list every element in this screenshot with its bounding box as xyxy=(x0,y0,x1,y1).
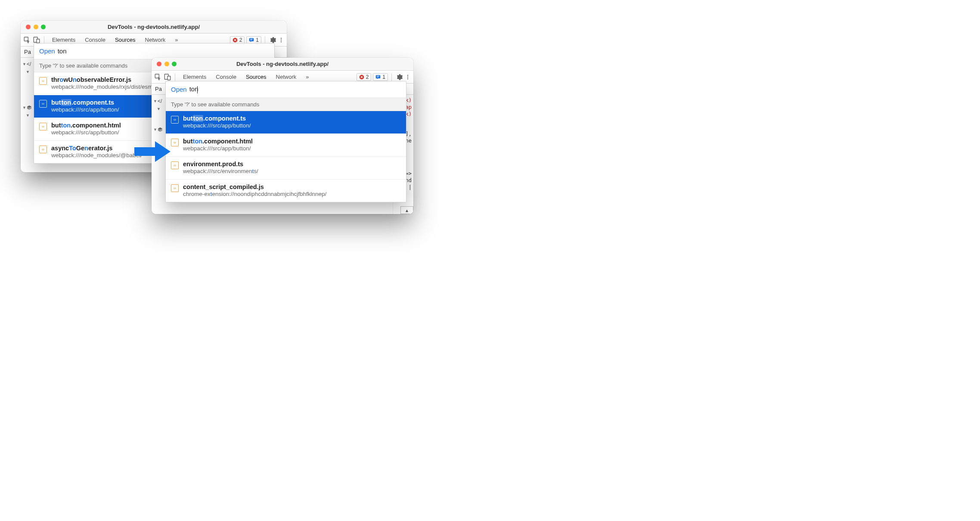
message-icon xyxy=(375,74,381,80)
result-filename: asyncToGenerator.js xyxy=(51,144,142,152)
hint: Type '?' to see available commands xyxy=(166,98,406,111)
drawer-toggle-icon[interactable]: ▲ xyxy=(400,206,413,214)
tab-elements[interactable]: Elements xyxy=(52,37,75,43)
errors-count: 2 xyxy=(239,37,242,43)
kebab-icon[interactable] xyxy=(278,36,284,44)
error-icon xyxy=(233,37,238,43)
titlebar: DevTools - ng-devtools.netlify.app/ xyxy=(152,58,413,71)
result-filename: button.component.ts xyxy=(183,115,251,122)
result-path: chrome-extension://noondiphcddnnabmjcihc… xyxy=(183,191,326,198)
minimize-dot[interactable] xyxy=(164,62,169,66)
open-query-input[interactable]: ton xyxy=(189,85,198,93)
zoom-dot[interactable] xyxy=(172,62,177,66)
result-item[interactable]: ‹›environment.prod.tswebpack:///src/envi… xyxy=(166,156,406,179)
svg-point-14 xyxy=(407,76,408,77)
messages-badge[interactable]: 1 xyxy=(373,73,388,81)
file-icon: ‹› xyxy=(39,123,47,130)
errors-count: 2 xyxy=(366,74,369,80)
tab-console[interactable]: Console xyxy=(216,74,236,80)
cube-icon xyxy=(27,105,32,110)
result-filename: button.component.html xyxy=(183,137,253,145)
device-icon[interactable] xyxy=(33,36,40,44)
result-path: webpack:///src/environments/ xyxy=(183,168,258,175)
svg-point-6 xyxy=(281,39,282,40)
tabs-more-icon[interactable]: » xyxy=(306,74,309,80)
zoom-dot[interactable] xyxy=(41,25,46,29)
svg-point-7 xyxy=(281,41,282,42)
open-row: Open ton xyxy=(34,43,274,59)
close-dot[interactable] xyxy=(157,62,161,66)
result-item[interactable]: ‹›button.component.tswebpack:///src/app/… xyxy=(166,111,406,133)
cube-icon xyxy=(158,127,163,132)
result-filename: environment.prod.ts xyxy=(183,160,258,168)
inspect-icon[interactable] xyxy=(154,73,162,81)
svg-rect-12 xyxy=(376,75,381,78)
tab-network[interactable]: Network xyxy=(276,74,297,80)
message-icon xyxy=(249,37,254,43)
result-filename: button.component.ts xyxy=(51,99,119,106)
result-filename: content_script_compiled.js xyxy=(183,183,326,191)
errors-badge[interactable]: 2 xyxy=(230,36,245,44)
result-path: webpack:///src/app/button/ xyxy=(183,145,253,152)
open-row: Open ton xyxy=(166,81,406,98)
gear-icon[interactable] xyxy=(269,36,276,44)
tab-elements[interactable]: Elements xyxy=(183,74,206,80)
tab-sources[interactable]: Sources xyxy=(246,74,267,80)
file-icon: ‹› xyxy=(39,146,47,153)
result-item[interactable]: ‹›button.component.htmlwebpack:///src/ap… xyxy=(166,133,406,156)
open-label: Open xyxy=(39,47,55,55)
minimize-dot[interactable] xyxy=(34,25,38,29)
result-filename: button.component.html xyxy=(51,121,121,129)
file-icon: ‹› xyxy=(171,161,179,169)
device-icon[interactable] xyxy=(164,73,171,81)
close-dot[interactable] xyxy=(26,25,31,29)
result-path: webpack:///node_modules/@babel/ xyxy=(51,152,142,159)
traffic-lights xyxy=(26,25,46,29)
panel-tabs: Elements Console Sources Network » xyxy=(179,74,309,80)
svg-point-5 xyxy=(281,37,282,38)
subbar-text: Pa xyxy=(155,86,162,92)
messages-badge[interactable]: 1 xyxy=(246,36,261,44)
window-title: DevTools - ng-devtools.netlify.app/ xyxy=(152,61,413,67)
gear-icon[interactable] xyxy=(395,73,403,81)
tabs-more-icon[interactable]: » xyxy=(175,37,178,43)
errors-badge[interactable]: 2 xyxy=(357,73,372,81)
subbar-text: Pa xyxy=(24,49,31,55)
open-label: Open xyxy=(171,86,187,93)
traffic-lights xyxy=(157,62,177,66)
tab-sources[interactable]: Sources xyxy=(115,37,136,43)
transition-arrow-icon xyxy=(134,140,171,164)
messages-count: 1 xyxy=(256,37,259,43)
tab-console[interactable]: Console xyxy=(85,37,105,43)
command-menu-after: Open ton Type '?' to see available comma… xyxy=(165,81,406,202)
inspect-icon[interactable] xyxy=(23,36,31,44)
result-path: webpack:///node_modules/rxjs/dist/esm xyxy=(51,84,153,91)
result-path: webpack:///src/app/button/ xyxy=(51,106,119,114)
svg-rect-10 xyxy=(167,76,171,80)
file-icon: ‹› xyxy=(39,100,47,108)
open-query-input[interactable]: ton xyxy=(58,47,67,55)
window-title: DevTools - ng-devtools.netlify.app/ xyxy=(21,24,287,30)
file-icon: ‹› xyxy=(39,77,47,85)
text-caret xyxy=(197,86,198,93)
file-icon: ‹› xyxy=(171,184,179,192)
result-item[interactable]: ‹›content_script_compiled.jschrome-exten… xyxy=(166,179,406,202)
kebab-icon[interactable] xyxy=(405,73,411,81)
panel-tabs: Elements Console Sources Network » xyxy=(48,37,178,43)
result-path: webpack:///src/app/button/ xyxy=(51,129,121,136)
svg-point-13 xyxy=(407,74,408,75)
result-filename: throwUnobservableError.js xyxy=(51,76,153,84)
results-list-after: ‹›button.component.tswebpack:///src/app/… xyxy=(166,111,406,202)
tab-network[interactable]: Network xyxy=(145,37,166,43)
messages-count: 1 xyxy=(382,74,385,80)
error-icon xyxy=(359,74,364,80)
file-icon: ‹› xyxy=(171,116,179,124)
titlebar: DevTools - ng-devtools.netlify.app/ xyxy=(21,21,287,34)
file-icon: ‹› xyxy=(171,139,179,146)
svg-rect-4 xyxy=(249,38,254,41)
svg-point-15 xyxy=(407,78,408,79)
result-path: webpack:///src/app/button/ xyxy=(183,122,251,130)
svg-rect-2 xyxy=(37,39,40,43)
